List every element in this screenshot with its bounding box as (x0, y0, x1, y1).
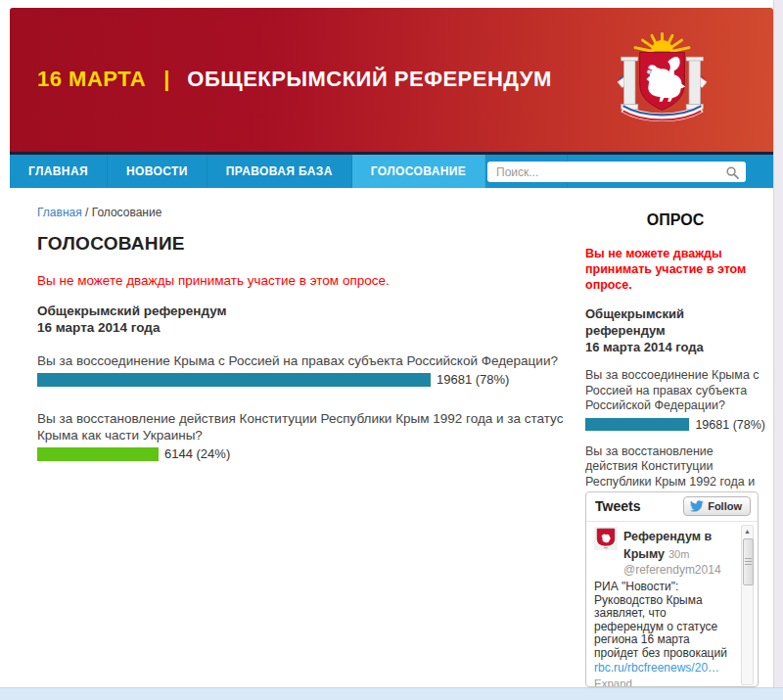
tweets-title: Tweets (595, 498, 640, 514)
poll-title-line1: Общекрымский референдум (37, 303, 581, 319)
main-nav: ГЛАВНАЯ НОВОСТИ ПРАВОВАЯ БАЗА ГОЛОСОВАНИ… (10, 152, 773, 188)
site-title: ОБЩЕКРЫМСКИЙ РЕФЕРЕНДУМ (187, 67, 552, 92)
tweets-scrollbar[interactable]: ▲ (741, 525, 754, 685)
poll-warning-text: Вы не можете дважды принимать участие в … (37, 273, 581, 288)
sidebar-result-row-1: 19681 (78%) (585, 418, 765, 432)
breadcrumb: Главная / Голосование (37, 206, 161, 219)
nav-item-news[interactable]: НОВОСТИ (108, 155, 207, 188)
tweet-1-author-block: Референдум в Крыму30m @referendym2014 (623, 527, 732, 577)
poll-title: Общекрымский референдум 16 марта 2014 го… (37, 303, 581, 336)
breadcrumb-home-link[interactable]: Главная (37, 206, 82, 219)
poll-result-row-1: 19681 (78%) (37, 372, 581, 387)
site-header: 16 МАРТА | ОБЩЕКРЫМСКИЙ РЕФЕРЕНДУМ (10, 8, 773, 152)
search-input[interactable] (487, 162, 724, 182)
sidebar-result-value-1: 19681 (78%) (695, 418, 765, 432)
sidebar-poll: ОПРОС Вы не можете дважды принимать учас… (585, 211, 765, 537)
tweet-avatar[interactable] (594, 527, 618, 550)
sidebar-poll-title: ОПРОС (585, 211, 765, 229)
scrollbar-up-arrow-icon[interactable]: ▲ (742, 527, 753, 537)
search-icon[interactable] (726, 165, 739, 183)
site-title-block: 16 МАРТА | ОБЩЕКРЫМСКИЙ РЕФЕРЕНДУМ (37, 67, 552, 92)
page: 16 МАРТА | ОБЩЕКРЫМСКИЙ РЕФЕРЕНДУМ (0, 0, 783, 700)
twitter-bird-icon (690, 500, 704, 512)
header-date: 16 МАРТА (37, 67, 146, 92)
page-title: ГОЛОСОВАНИЕ (37, 233, 581, 255)
nav-item-voting[interactable]: ГОЛОСОВАНИЕ (352, 155, 486, 188)
crimea-coat-of-arms-icon (616, 23, 709, 135)
sidebar-result-bar-1 (585, 418, 689, 431)
poll-result-value-1: 19681 (78%) (437, 372, 509, 387)
tweet-author-handle[interactable]: @referendym2014 (623, 563, 732, 577)
tweets-scrollbar-thumb[interactable] (743, 538, 754, 585)
poll-result-row-2: 6144 (24%) (37, 446, 581, 461)
tweet-link[interactable]: rbc.ru/rbcfreenews/20… (594, 661, 732, 675)
main-content: ГОЛОСОВАНИЕ Вы не можете дважды принимат… (37, 233, 581, 461)
tweet-timestamp[interactable]: 30m (668, 548, 689, 560)
sidebar-poll-heading-line2: 16 марта 2014 года (585, 339, 765, 355)
poll-title-line2: 16 марта 2014 года (37, 319, 581, 336)
follow-button[interactable]: Follow (683, 496, 751, 516)
follow-button-label: Follow (708, 500, 742, 512)
search-box (487, 162, 746, 182)
poll-result-bar-2 (37, 447, 159, 461)
nav-item-home[interactable]: ГЛАВНАЯ (10, 155, 108, 188)
twitter-widget-header: Tweets Follow (586, 492, 758, 522)
poll-result-bar-1 (37, 373, 431, 387)
sidebar-question-1: Вы за воссоединение Крыма с Россией на п… (585, 368, 765, 414)
poll-question-1: Вы за воссоединение Крыма с Россией на п… (37, 352, 581, 369)
breadcrumb-current: Голосование (92, 206, 162, 219)
tweet-text: РИА "Новости": Руководство Крыма заявляе… (594, 581, 732, 660)
nav-item-legal-base[interactable]: ПРАВОВАЯ БАЗА (207, 155, 352, 188)
sidebar-poll-warning: Вы не можете дважды принимать участие в … (585, 246, 765, 293)
header-separator: | (163, 67, 169, 92)
footer-strip (0, 687, 783, 700)
browser-scrollbar[interactable] (773, 0, 783, 700)
tweet-1-head: Референдум в Крыму30m @referendym2014 (594, 527, 732, 577)
tweet-item-1: Референдум в Крыму30m @referendym2014 РИ… (586, 522, 758, 687)
sidebar-poll-heading: Общекрымский референдум 16 марта 2014 го… (585, 305, 765, 355)
breadcrumb-separator: / (82, 206, 92, 219)
poll-question-2: Вы за восстановление действия Конституци… (37, 410, 581, 443)
tweet-expand-link[interactable]: Expand (594, 677, 732, 687)
twitter-widget: Tweets Follow Референдум в Крыму30m @ref (585, 491, 759, 687)
poll-result-value-2: 6144 (24%) (164, 446, 230, 461)
sidebar-poll-heading-line1: Общекрымский референдум (585, 305, 765, 339)
